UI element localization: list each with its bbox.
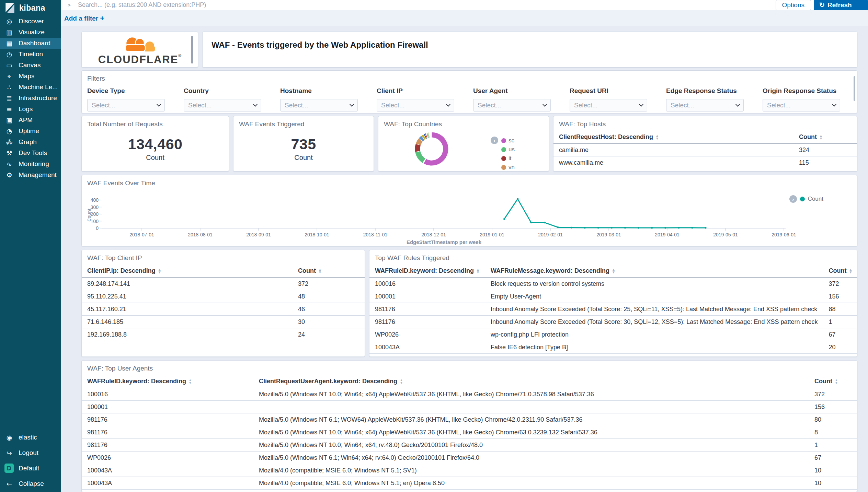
add-filter-link[interactable]: Add a filter + bbox=[64, 14, 104, 22]
data-point[interactable] bbox=[664, 227, 666, 229]
data-point[interactable] bbox=[571, 227, 572, 229]
sort-icon[interactable]: ▲▼ bbox=[655, 134, 659, 140]
panel-title: WAF: Top Client IP bbox=[82, 250, 365, 262]
donut-slice-sc[interactable] bbox=[425, 135, 446, 163]
data-point[interactable] bbox=[678, 227, 679, 229]
filter-select-edge-response-status[interactable]: Select... bbox=[666, 99, 744, 112]
column-header-count[interactable]: Count▲▼ bbox=[793, 129, 857, 144]
donut-slice[interactable] bbox=[425, 136, 425, 137]
legend-item-vn[interactable]: vn bbox=[501, 163, 515, 172]
sort-icon[interactable]: ▲▼ bbox=[158, 268, 161, 274]
donut-slice-vn[interactable] bbox=[418, 140, 421, 144]
sidebar-item-timelion[interactable]: ◷Timelion bbox=[0, 49, 61, 60]
options-button[interactable]: Options bbox=[776, 0, 811, 10]
sort-icon[interactable]: ▲▼ bbox=[849, 268, 853, 274]
filter-select-request-uri[interactable]: Select... bbox=[570, 99, 647, 112]
sidebar-item-maps[interactable]: ⌖Maps bbox=[0, 71, 61, 82]
data-point[interactable] bbox=[517, 198, 518, 200]
kibana-logo[interactable]: kibana bbox=[0, 0, 61, 16]
legend-expand-icon[interactable]: › bbox=[491, 137, 498, 144]
column-header-wafruleid-keyword-descending[interactable]: WAFRuleID.keyword: Descending▲▼ bbox=[82, 374, 253, 388]
table-cell: 372 bbox=[809, 388, 857, 401]
column-header-clientip-ip-descending[interactable]: ClientIP.ip: Descending▲▼ bbox=[82, 263, 293, 278]
donut-slice[interactable] bbox=[426, 136, 427, 136]
sidebar-item-apm[interactable]: ▣APM bbox=[0, 115, 61, 126]
sidebar-item-logs[interactable]: ≡Logs bbox=[0, 104, 61, 115]
sort-icon[interactable]: ▲▼ bbox=[189, 379, 192, 384]
column-header-count[interactable]: Count▲▼ bbox=[823, 263, 857, 278]
panel-scrollbar[interactable] bbox=[854, 76, 855, 101]
data-point[interactable] bbox=[530, 222, 532, 223]
sidebar-item-dashboard[interactable]: ▦Dashboard bbox=[0, 38, 61, 49]
sidebar-item-discover[interactable]: ◎Discover bbox=[0, 16, 61, 27]
data-point[interactable] bbox=[624, 227, 626, 229]
table-cell: 1 bbox=[823, 316, 857, 328]
sidebar-item-elastic[interactable]: ◉elastic bbox=[0, 430, 61, 445]
filter-select-client-ip[interactable]: Select... bbox=[377, 99, 454, 112]
sidebar-item-default[interactable]: DDefault bbox=[0, 460, 61, 476]
data-point[interactable] bbox=[544, 222, 545, 223]
sidebar-item-dev-tools[interactable]: ⚒Dev Tools bbox=[0, 148, 61, 159]
table-row: 71.6.146.18530 bbox=[82, 316, 365, 328]
table-row: 981176Mozilla/5.0 (Windows NT 10.0; Win6… bbox=[82, 426, 857, 439]
sidebar-item-management[interactable]: ⚙Management bbox=[0, 169, 61, 180]
sidebar-item-canvas[interactable]: ▭Canvas bbox=[0, 60, 61, 71]
countries-donut-chart[interactable] bbox=[411, 128, 453, 170]
sidebar-item-infrastructure[interactable]: ≣Infrastructure bbox=[0, 93, 61, 104]
donut-slice-it[interactable] bbox=[418, 145, 418, 151]
donut-slice[interactable] bbox=[421, 138, 423, 140]
refresh-button[interactable]: ↻ Refresh bbox=[814, 0, 868, 10]
legend-item-us[interactable]: us bbox=[501, 145, 515, 154]
donut-slice[interactable] bbox=[423, 137, 424, 138]
sort-icon[interactable]: ▲▼ bbox=[835, 379, 838, 384]
filter-select-country[interactable]: Select... bbox=[184, 99, 261, 112]
search-input[interactable] bbox=[74, 1, 775, 9]
filter-label: Device Type bbox=[87, 87, 165, 95]
filter-select-device-type[interactable]: Select... bbox=[87, 99, 165, 112]
events-line-chart[interactable]: 01002003004002018-07-012018-08-012018-09… bbox=[85, 188, 844, 245]
sidebar-item-machine-le[interactable]: ∴Machine Le... bbox=[0, 82, 61, 93]
x-tick-label: 2019-01-01 bbox=[480, 232, 504, 237]
column-header-wafrulemessage-keyword-descending[interactable]: WAFRuleMessage.keyword: Descending▲▼ bbox=[485, 263, 823, 278]
data-point[interactable] bbox=[557, 226, 559, 228]
column-header-clientrequestuseragent-keyword-descending[interactable]: ClientRequestUserAgent.keyword: Descendi… bbox=[253, 374, 809, 388]
filter-select-origin-response-status[interactable]: Select... bbox=[763, 99, 840, 112]
sidebar-item-logout[interactable]: ↪Logout bbox=[0, 445, 61, 460]
sidebar-item-visualize[interactable]: ▥Visualize bbox=[0, 27, 61, 38]
data-point[interactable] bbox=[651, 227, 653, 229]
filter-select-hostname[interactable]: Select... bbox=[280, 99, 358, 112]
table-header-row: WAFRuleID.keyword: Descending▲▼WAFRuleMe… bbox=[369, 263, 857, 278]
sidebar-item-monitoring[interactable]: ∿Monitoring bbox=[0, 159, 61, 169]
column-header-count[interactable]: Count▲▼ bbox=[809, 374, 857, 388]
uptime-icon: ◔ bbox=[5, 127, 14, 135]
sort-icon[interactable]: ▲▼ bbox=[476, 268, 480, 274]
table-row: 981176Inbound Anomaly Score Exceeded (To… bbox=[369, 316, 857, 328]
sort-icon[interactable]: ▲▼ bbox=[400, 379, 403, 384]
sidebar-item-collapse[interactable]: ←Collapse bbox=[0, 476, 61, 491]
data-point[interactable] bbox=[705, 227, 706, 229]
count-series-label[interactable]: Count bbox=[808, 196, 823, 202]
donut-slice-us[interactable] bbox=[418, 152, 424, 161]
legend-item-it[interactable]: it bbox=[501, 154, 515, 163]
sort-icon[interactable]: ▲▼ bbox=[612, 268, 615, 274]
filter-select-user-agent[interactable]: Select... bbox=[473, 99, 551, 112]
data-point[interactable] bbox=[611, 227, 613, 229]
sidebar-item-uptime[interactable]: ◔Uptime bbox=[0, 126, 61, 137]
count-series-line[interactable] bbox=[504, 199, 706, 228]
column-header-count[interactable]: Count▲▼ bbox=[293, 263, 365, 278]
table-cell: 100043A bbox=[82, 477, 253, 490]
data-point[interactable] bbox=[503, 218, 505, 220]
legend-expand-icon[interactable]: › bbox=[789, 195, 797, 203]
sort-icon[interactable]: ▲▼ bbox=[318, 268, 322, 274]
waf-events-panel: WAF Events Triggered 735 Count bbox=[233, 116, 374, 172]
sidebar-item-graph[interactable]: ⁂Graph bbox=[0, 137, 61, 148]
panel-scrollbar[interactable] bbox=[191, 36, 193, 63]
data-point[interactable] bbox=[584, 227, 586, 229]
sort-icon[interactable]: ▲▼ bbox=[819, 134, 823, 140]
legend-item-sc[interactable]: sc bbox=[501, 136, 515, 145]
data-point[interactable] bbox=[638, 227, 639, 229]
column-header-clientrequesthost-descending[interactable]: ClientRequestHost: Descending▲▼ bbox=[553, 129, 793, 144]
column-header-wafruleid-keyword-descending[interactable]: WAFRuleID.keyword: Descending▲▼ bbox=[369, 263, 485, 278]
data-point[interactable] bbox=[691, 227, 693, 229]
data-point[interactable] bbox=[597, 227, 599, 229]
